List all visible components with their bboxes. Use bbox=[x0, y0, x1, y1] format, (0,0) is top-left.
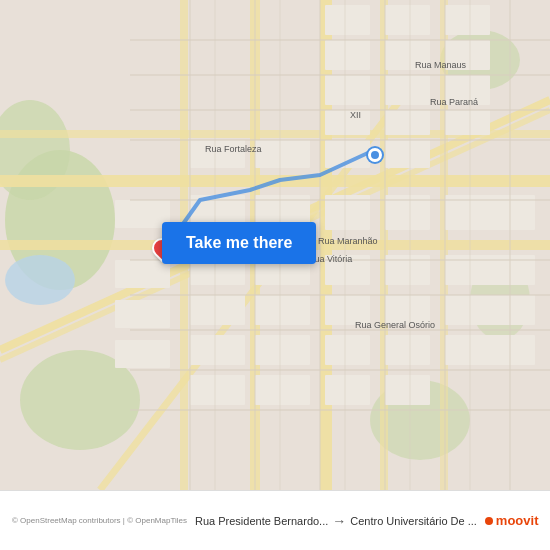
svg-text:Rua Maranhão: Rua Maranhão bbox=[318, 236, 378, 246]
moovit-brand-name: moovit bbox=[496, 513, 539, 528]
svg-rect-22 bbox=[325, 40, 370, 70]
svg-rect-51 bbox=[255, 335, 310, 365]
svg-text:XII: XII bbox=[350, 110, 361, 120]
svg-rect-32 bbox=[255, 140, 310, 168]
svg-rect-52 bbox=[325, 335, 370, 365]
svg-rect-50 bbox=[190, 335, 245, 365]
svg-rect-34 bbox=[385, 140, 430, 168]
svg-rect-45 bbox=[190, 295, 245, 325]
svg-text:Rua Paraná: Rua Paraná bbox=[430, 97, 478, 107]
route-to: Centro Universitário De ... bbox=[350, 515, 477, 527]
svg-rect-60 bbox=[115, 260, 170, 288]
route-from: Rua Presidente Bernardo... bbox=[195, 515, 328, 527]
bottom-bar: © OpenStreetMap contributors | © OpenMap… bbox=[0, 490, 550, 550]
moovit-dot-icon bbox=[485, 517, 493, 525]
map-attribution: © OpenStreetMap contributors | © OpenMap… bbox=[12, 516, 187, 525]
svg-rect-53 bbox=[385, 335, 430, 365]
svg-rect-58 bbox=[385, 375, 430, 405]
svg-rect-62 bbox=[115, 340, 170, 368]
take-me-there-button[interactable]: Take me there bbox=[162, 222, 316, 264]
svg-rect-54 bbox=[445, 335, 535, 365]
svg-rect-18 bbox=[440, 0, 448, 490]
svg-rect-25 bbox=[325, 75, 370, 105]
svg-rect-26 bbox=[385, 75, 430, 105]
svg-rect-28 bbox=[325, 110, 370, 135]
route-info: Rua Presidente Bernardo... → Centro Univ… bbox=[187, 513, 485, 529]
svg-text:Rua Manaus: Rua Manaus bbox=[415, 60, 467, 70]
svg-rect-20 bbox=[385, 5, 430, 35]
svg-text:Rua Fortaleza: Rua Fortaleza bbox=[205, 144, 262, 154]
svg-rect-30 bbox=[445, 110, 490, 135]
svg-rect-56 bbox=[255, 375, 310, 405]
route-arrow-icon: → bbox=[332, 513, 346, 529]
svg-rect-49 bbox=[445, 295, 535, 325]
svg-rect-21 bbox=[445, 5, 490, 35]
svg-rect-61 bbox=[115, 300, 170, 328]
moovit-logo: moovit bbox=[485, 513, 539, 528]
svg-rect-29 bbox=[385, 110, 430, 135]
svg-point-7 bbox=[5, 255, 75, 305]
map-container: Rua Fortaleza Rua Manaus Rua Paraná Rua … bbox=[0, 0, 550, 490]
svg-rect-19 bbox=[325, 5, 370, 35]
svg-rect-57 bbox=[325, 375, 370, 405]
destination-marker bbox=[368, 148, 382, 162]
svg-rect-55 bbox=[190, 375, 245, 405]
svg-text:Rua General Osório: Rua General Osório bbox=[355, 320, 435, 330]
svg-rect-46 bbox=[255, 295, 310, 325]
svg-rect-17 bbox=[380, 0, 388, 490]
